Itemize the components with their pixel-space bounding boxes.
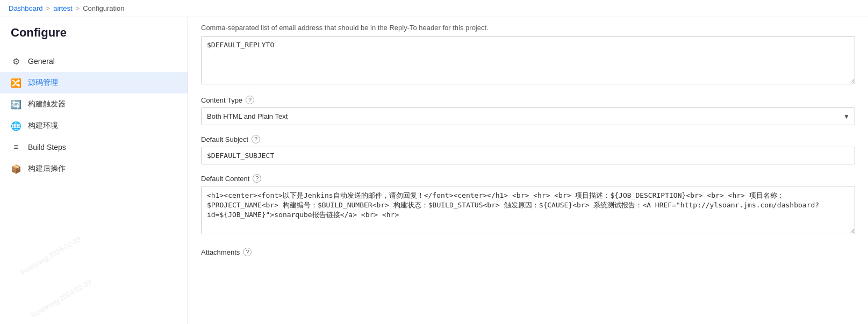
- sidebar-item-general[interactable]: ⚙ General: [0, 51, 188, 72]
- content-area: Comma-separated list of email address th…: [188, 17, 868, 324]
- sidebar: Configure ⚙ General 🔀 源码管理 🔄 构建触发器 🌐 构建环…: [0, 17, 188, 324]
- content-type-label: Content Type ?: [201, 96, 855, 104]
- sidebar-item-label: 构建触发器: [28, 99, 66, 109]
- sidebar-item-source[interactable]: 🔀 源码管理: [0, 72, 188, 93]
- default-subject-help-icon[interactable]: ?: [252, 135, 260, 143]
- sidebar-item-build-steps[interactable]: ≡ Build Steps: [0, 136, 188, 158]
- gear-icon: ⚙: [11, 56, 21, 67]
- content-type-group: Content Type ? Both HTML and Plain Text …: [201, 96, 855, 125]
- default-content-label: Default Content ?: [201, 174, 855, 183]
- watermark: liuselyang 2024-02-29: [19, 235, 82, 276]
- breadcrumb-dashboard[interactable]: Dashboard: [9, 4, 43, 12]
- postbuild-icon: 📦: [11, 163, 21, 174]
- default-subject-label: Default Subject ?: [201, 135, 855, 143]
- default-content-help-icon[interactable]: ?: [253, 174, 261, 183]
- default-content-group: Default Content ?: [201, 174, 855, 236]
- content-type-select[interactable]: Both HTML and Plain Text HTML Plain Text: [201, 107, 855, 125]
- source-icon: 🔀: [11, 77, 21, 88]
- trigger-icon: 🔄: [11, 99, 21, 110]
- sidebar-title: Configure: [0, 26, 188, 51]
- sidebar-item-label: 构建后操作: [28, 164, 66, 174]
- sidebar-item-env[interactable]: 🌐 构建环境: [0, 115, 188, 136]
- watermark2: liuselyang 2024-02-29: [30, 278, 93, 319]
- default-subject-group: Default Subject ?: [201, 135, 855, 164]
- breadcrumb-airtest[interactable]: airtest: [53, 4, 72, 12]
- sidebar-item-trigger[interactable]: 🔄 构建触发器: [0, 93, 188, 115]
- sidebar-item-label: Build Steps: [28, 143, 66, 152]
- content-type-select-wrapper: Both HTML and Plain Text HTML Plain Text…: [201, 107, 855, 125]
- replyto-input[interactable]: [201, 36, 855, 84]
- steps-icon: ≡: [11, 142, 21, 153]
- env-icon: 🌐: [11, 120, 21, 131]
- sidebar-item-label: 源码管理: [28, 78, 58, 88]
- default-subject-input[interactable]: [201, 147, 855, 164]
- breadcrumb-configuration: Configuration: [83, 4, 124, 12]
- default-content-input[interactable]: [201, 186, 855, 234]
- breadcrumb: Dashboard > airtest > Configuration: [0, 0, 868, 17]
- attachments-help-icon[interactable]: ?: [243, 248, 252, 256]
- sidebar-item-label: General: [28, 57, 55, 66]
- content-type-help-icon[interactable]: ?: [246, 96, 254, 104]
- sidebar-item-post-build[interactable]: 📦 构建后操作: [0, 158, 188, 179]
- sidebar-item-label: 构建环境: [28, 121, 58, 131]
- attachments-label: Attachments ?: [201, 246, 855, 256]
- section-description: Comma-separated list of email address th…: [201, 17, 855, 36]
- replyto-group: [201, 36, 855, 86]
